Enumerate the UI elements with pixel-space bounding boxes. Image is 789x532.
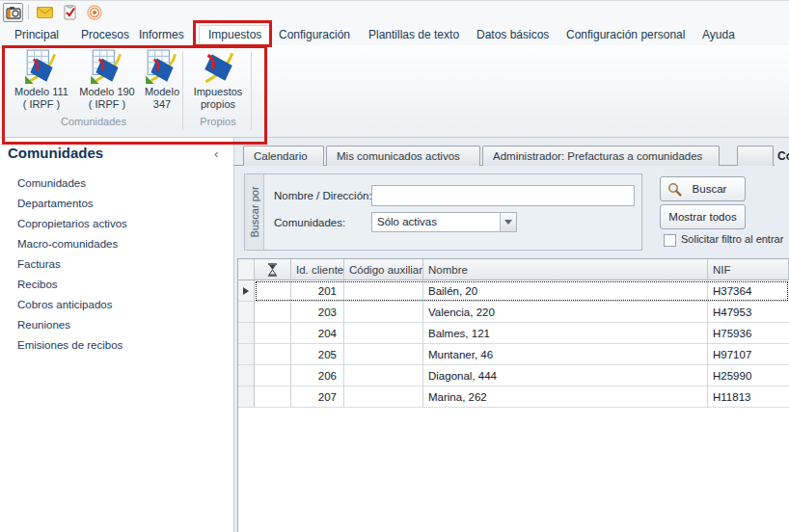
solicitar-filtro-label: Solicitar filtro al entrar — [681, 233, 783, 245]
column-header-nombre[interactable]: Nombre — [423, 259, 708, 280]
cell-filter — [255, 302, 291, 323]
ribbon-button-label: ( IRPF ) — [89, 98, 126, 111]
sidebar-comunidades: Comunidades ‹ Comunidades Departamentos … — [0, 138, 234, 532]
workspace: Comunidades ‹ Comunidades Departamentos … — [0, 138, 789, 532]
cell-codigo — [344, 386, 423, 408]
doc-tab-prefacturas[interactable]: Administrador: Prefacturas a comunidades — [482, 146, 720, 166]
filter-panel-side-tab[interactable]: Buscar por — [245, 174, 264, 250]
ribbon: Modelo 111 ( IRPF ) Modelo 190 ( IRPF ) — [0, 45, 789, 138]
cell-id: 206 — [291, 365, 344, 386]
comunidades-dropdown[interactable]: Sólo activas — [371, 212, 517, 232]
toolbar-separator — [28, 5, 29, 19]
cell-codigo — [344, 302, 423, 323]
ribbon-button-modelo-347[interactable]: Modelo 347 — [138, 49, 186, 111]
cell-codigo — [344, 365, 423, 386]
column-header-id-cliente[interactable]: Id. cliente — [291, 259, 344, 280]
ribbon-button-label: Modelo — [145, 86, 179, 98]
row-selector[interactable] — [238, 344, 255, 365]
screenshot-button[interactable] — [3, 3, 23, 22]
menu-tab-plantillas[interactable]: Plantillas de texto — [368, 28, 459, 41]
doc-tab-comunicados[interactable]: Mis comunicados activos — [326, 146, 480, 166]
solicitar-filtro-checkbox[interactable] — [664, 234, 676, 247]
sidebar-item-comunidades[interactable]: Comunidades — [17, 177, 86, 189]
modelo-111-icon — [23, 49, 60, 86]
ribbon-group-label-comunidades: Comunidades — [9, 116, 178, 127]
name-field-label: Nombre / Dirección: — [274, 190, 372, 201]
current-row-arrow-icon — [243, 287, 249, 295]
main-panel: Calendario Mis comunicados activos Admin… — [234, 138, 789, 532]
cell-nif: H97107 — [708, 344, 789, 365]
column-header-codigo-auxiliar[interactable]: Código auxiliar — [344, 259, 423, 280]
menu-tab-impuestos[interactable]: Impuestos — [199, 25, 271, 45]
table-row[interactable]: 206 Diagonal, 444 H25990 — [238, 365, 789, 386]
sidebar-item-recibos[interactable]: Recibos — [17, 279, 58, 290]
buscar-button[interactable]: Buscar — [660, 176, 746, 201]
ribbon-button-label: ( IRPF ) — [23, 98, 61, 111]
ribbon-group-separator — [182, 51, 183, 130]
row-selector[interactable] — [238, 280, 255, 302]
row-selector[interactable] — [238, 323, 255, 344]
buscar-button-label: Buscar — [693, 183, 727, 195]
doc-tab-calendario[interactable]: Calendario — [243, 146, 324, 166]
ribbon-button-label: propios — [201, 98, 235, 111]
row-selector[interactable] — [238, 386, 255, 408]
dropdown-arrow-button[interactable] — [500, 213, 516, 231]
cell-filter — [255, 280, 291, 302]
search-icon — [667, 182, 682, 197]
cell-filter — [255, 323, 291, 344]
sidebar-item-cobros-anticipados[interactable]: Cobros anticipados — [17, 299, 112, 310]
cell-nif: H75936 — [708, 323, 789, 344]
cell-nif: H37364 — [708, 280, 789, 302]
ribbon-button-label: Modelo 111 — [14, 86, 68, 98]
sidebar-item-reuniones[interactable]: Reuniones — [17, 319, 70, 331]
cell-codigo — [344, 323, 423, 344]
menu-tab-procesos[interactable]: Procesos — [81, 28, 129, 41]
table-row[interactable]: 204 Balmes, 121 H75936 — [238, 323, 789, 344]
cell-nif: H11813 — [708, 386, 789, 408]
menu-tab-datos-basicos[interactable]: Datos básicos — [476, 28, 549, 41]
column-header-nif[interactable]: NIF — [708, 259, 789, 280]
cell-id: 207 — [291, 386, 344, 408]
mostrar-todos-label: Mostrar todos — [668, 211, 736, 223]
table-row[interactable]: 205 Muntaner, 46 H97107 — [238, 344, 789, 365]
sidebar-item-emisiones[interactable]: Emisiones de recibos — [17, 339, 122, 351]
sidebar-item-macro-comunidades[interactable]: Macro-comunidades — [17, 238, 118, 250]
table-row[interactable]: 207 Marina, 262 H11813 — [238, 386, 789, 408]
app-window: Principal Procesos Informes Impuestos Co… — [0, 0, 789, 532]
menu-tab-principal[interactable]: Principal — [14, 28, 59, 41]
cell-nombre: Bailén, 20 — [423, 280, 708, 302]
mail-icon[interactable] — [35, 4, 54, 21]
broadcast-icon[interactable] — [85, 4, 104, 21]
ribbon-button-modelo-111[interactable]: Modelo 111 ( IRPF ) — [9, 49, 74, 111]
impuestos-propios-icon — [200, 49, 236, 86]
cell-nombre: Marina, 262 — [423, 386, 708, 408]
sidebar-item-departamentos[interactable]: Departamentos — [17, 198, 94, 209]
camera-icon — [6, 6, 21, 19]
doc-tab-partial[interactable] — [737, 146, 774, 166]
row-selector[interactable] — [238, 302, 255, 323]
cell-filter — [255, 386, 291, 408]
menu-tab-ayuda[interactable]: Ayuda — [702, 28, 735, 41]
mostrar-todos-button[interactable]: Mostrar todos — [660, 204, 746, 229]
sidebar-item-facturas[interactable]: Facturas — [17, 258, 61, 270]
tasks-icon[interactable] — [60, 4, 79, 21]
menu-tab-config-personal[interactable]: Configuración personal — [566, 28, 685, 41]
sidebar-collapse-icon[interactable]: ‹ — [214, 146, 218, 161]
ribbon-button-modelo-190[interactable]: Modelo 190 ( IRPF ) — [74, 49, 140, 111]
table-row[interactable]: 203 Valencia, 220 H47953 — [238, 302, 789, 323]
filter-column-header[interactable] — [255, 259, 291, 280]
ribbon-button-impuestos-propios[interactable]: Impuestos propios — [187, 49, 249, 111]
menu-tab-informes[interactable]: Informes — [139, 28, 184, 41]
menu-tab-configuracion[interactable]: Configuración — [279, 28, 350, 41]
row-selector[interactable] — [238, 365, 255, 386]
hourglass-icon — [267, 263, 278, 277]
comunidades-grid: Id. cliente Código auxiliar Nombre NIF 2… — [237, 258, 789, 532]
table-row[interactable]: 201 Bailén, 20 H37364 — [238, 280, 789, 302]
doc-tab-comunidades-active[interactable]: Co — [775, 146, 789, 166]
name-direccion-input[interactable] — [371, 185, 635, 206]
doc-tab-label: Mis comunicados activos — [337, 150, 460, 162]
cell-id: 204 — [291, 323, 344, 344]
community-field-label: Comunidades: — [274, 217, 345, 228]
sidebar-item-copropietarios[interactable]: Copropietarios activos — [17, 218, 127, 229]
cell-nombre: Balmes, 121 — [423, 323, 708, 344]
